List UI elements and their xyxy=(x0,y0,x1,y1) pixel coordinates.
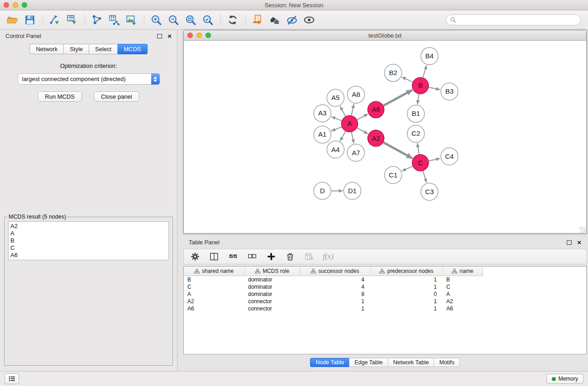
close-table-panel-icon[interactable]: × xyxy=(577,240,581,245)
mcds-button-row: Run MCDS Close panel xyxy=(0,91,177,102)
graph-edge-A2-C[interactable] xyxy=(383,143,412,158)
zoom-in-button[interactable] xyxy=(149,13,163,27)
float-table-panel-icon[interactable] xyxy=(567,240,572,245)
column-header-predecessor-nodes[interactable]: predecessor nodes xyxy=(370,267,443,276)
zoom-out-button[interactable] xyxy=(166,13,181,27)
column-type-icon xyxy=(379,269,385,274)
network-minimize-button[interactable] xyxy=(196,33,202,38)
tab-network[interactable]: Network xyxy=(29,44,64,54)
zoom-out-icon xyxy=(167,14,179,26)
columns-icon xyxy=(209,252,219,262)
table-row[interactable]: Adominator80A xyxy=(184,291,586,298)
column-header-successor-nodes[interactable]: successor nodes xyxy=(300,267,370,276)
show-columns-button[interactable] xyxy=(208,251,220,262)
tab-node-table[interactable]: Node Table xyxy=(310,358,349,367)
network-close-button[interactable] xyxy=(187,33,193,38)
export-image-icon xyxy=(125,14,137,26)
tab-edge-table[interactable]: Edge Table xyxy=(349,358,388,367)
minimize-window-button[interactable] xyxy=(13,2,18,8)
column-header-name[interactable]: name xyxy=(443,267,483,276)
graph-edge-A-A1[interactable] xyxy=(331,127,342,131)
graph-edge-A-A2[interactable] xyxy=(357,128,368,134)
import-network-button[interactable] xyxy=(48,13,62,27)
home-button[interactable] xyxy=(268,13,282,27)
column-type-icon xyxy=(452,269,457,274)
mcds-result-item[interactable]: A xyxy=(9,230,168,237)
network-from-table-button[interactable] xyxy=(107,13,121,27)
export-image-button[interactable] xyxy=(124,13,139,27)
memory-button[interactable]: Memory xyxy=(546,374,583,384)
criterion-dropdown[interactable]: largest connected component (directed) xyxy=(18,73,160,85)
graph-edge-A-A4[interactable] xyxy=(340,131,345,141)
graph-node-label-C3: C3 xyxy=(425,188,434,195)
search-icon xyxy=(450,17,456,23)
delete-columns-button[interactable] xyxy=(303,251,315,262)
graph-edge-B-B3[interactable] xyxy=(429,87,440,90)
graph-edge-B-B1[interactable] xyxy=(417,94,419,105)
graph-edge-A6-B[interactable] xyxy=(383,90,412,106)
graph-edge-B-B2[interactable] xyxy=(402,77,413,82)
table-row[interactable]: A2connector11A2 xyxy=(184,298,586,305)
table-settings-button[interactable] xyxy=(189,251,201,262)
zoom-selected-button[interactable] xyxy=(201,13,215,27)
deselect-all-rows-button[interactable] xyxy=(246,251,258,262)
graph-edge-A-A8[interactable] xyxy=(351,104,354,115)
zoom-window-button[interactable] xyxy=(22,2,27,8)
close-panel-icon[interactable]: × xyxy=(167,33,172,39)
mcds-result-item[interactable]: A2 xyxy=(9,223,168,230)
delete-rows-button[interactable] xyxy=(284,251,296,262)
graph-node-label-C4: C4 xyxy=(445,152,454,160)
graph-edge-B-B4[interactable] xyxy=(423,65,426,77)
search-input[interactable] xyxy=(459,16,577,24)
graph-edge-A-A5[interactable] xyxy=(340,106,345,116)
first-neighbors-button[interactable] xyxy=(250,13,265,27)
tab-select[interactable]: Select xyxy=(89,44,118,54)
zoom-fit-button[interactable] xyxy=(183,13,198,27)
table-row[interactable]: A6connector11A6 xyxy=(184,305,586,312)
table-row[interactable]: Bdominator41B xyxy=(184,276,586,284)
graph-node-label-B3: B3 xyxy=(445,87,454,95)
graph-edge-C-C1[interactable] xyxy=(402,166,413,171)
save-session-button[interactable] xyxy=(23,13,37,27)
mcds-result-item[interactable]: A6 xyxy=(9,252,168,259)
column-header-MCDS-role[interactable]: MCDS role xyxy=(244,267,300,276)
network-canvas[interactable]: B4B2BB3A8A5A6A3B1AC2A1A2A4A7C4CC1DD1C3 xyxy=(184,41,586,233)
mcds-result-group: MCDS result (5 nodes) A2ABCA6 xyxy=(4,214,173,366)
run-mcds-button[interactable]: Run MCDS xyxy=(38,91,82,102)
import-table-button[interactable] xyxy=(65,13,79,27)
graph-edge-A-A6[interactable] xyxy=(357,114,368,120)
close-panel-button[interactable]: Close panel xyxy=(94,91,139,102)
add-row-button[interactable] xyxy=(265,251,277,262)
close-window-button[interactable] xyxy=(4,2,9,8)
new-network-button[interactable] xyxy=(90,13,104,27)
tab-network-table[interactable]: Network Table xyxy=(388,358,435,367)
graph-edge-A-A7[interactable] xyxy=(351,132,354,143)
apply-layout-button[interactable] xyxy=(225,13,240,27)
hide-selected-button[interactable] xyxy=(285,13,299,27)
table-row[interactable]: Cdominator41C xyxy=(184,283,586,291)
network-zoom-button[interactable] xyxy=(206,33,211,38)
tab-motifs[interactable]: Motifs xyxy=(434,358,459,367)
show-all-button[interactable] xyxy=(302,13,316,27)
float-panel-icon[interactable] xyxy=(157,34,162,38)
tab-style[interactable]: Style xyxy=(64,44,89,54)
save-icon xyxy=(24,14,36,26)
table-panel: Table Panel × xyxy=(183,234,587,371)
mcds-result-item[interactable]: C xyxy=(9,244,168,252)
graph-edge-C-C3[interactable] xyxy=(423,171,426,183)
function-builder-button[interactable]: f(x) xyxy=(322,251,334,262)
graph-edge-C-C4[interactable] xyxy=(429,158,440,161)
graph-node-label-C1: C1 xyxy=(389,171,397,179)
search-box[interactable] xyxy=(446,14,581,25)
mcds-result-item[interactable]: B xyxy=(9,237,168,244)
open-session-button[interactable] xyxy=(5,13,20,27)
show-panels-button[interactable] xyxy=(5,373,19,384)
graph-edge-A-A3[interactable] xyxy=(331,117,342,121)
table-panel-header: Table Panel × xyxy=(183,236,587,248)
resize-corner-icon[interactable] xyxy=(580,227,586,233)
graph-edge-C-C2[interactable] xyxy=(417,143,419,154)
tab-mcds[interactable]: MCDS xyxy=(118,44,147,54)
select-all-rows-button[interactable] xyxy=(227,251,239,262)
column-header-shared-name[interactable]: shared name xyxy=(184,267,244,276)
node-table: shared nameMCDS rolesuccessor nodesprede… xyxy=(184,267,586,312)
